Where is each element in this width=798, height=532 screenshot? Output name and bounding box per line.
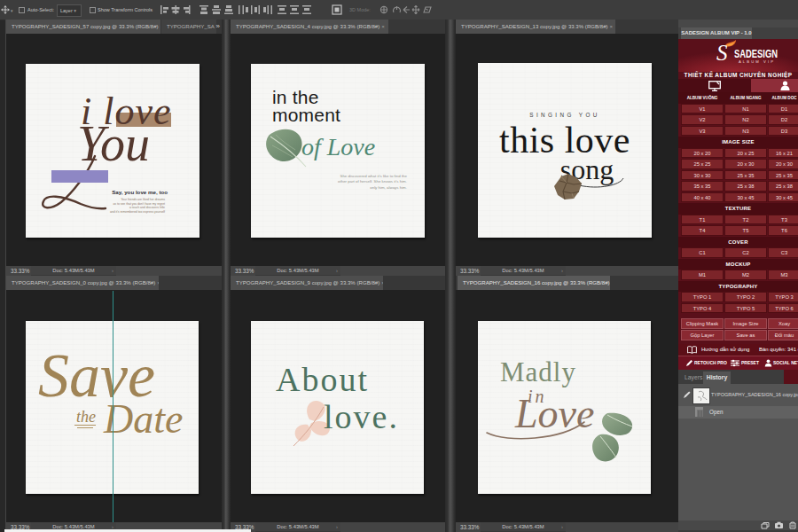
svg-text:S: S <box>716 41 728 64</box>
svg-text:ALBUM VIP: ALBUM VIP <box>739 59 773 64</box>
